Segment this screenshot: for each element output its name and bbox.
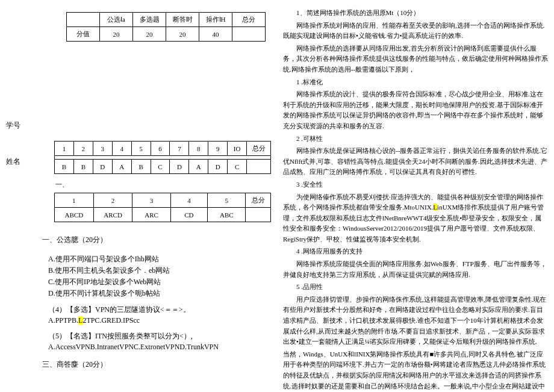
t1-r-0: 分值 <box>67 27 100 42</box>
t3-h-1: 2 <box>93 193 132 208</box>
t3-r-0: ABCD <box>55 208 94 222</box>
t1-h-3: 断答时 <box>166 13 199 27</box>
t2-h-2: 3 <box>93 142 112 156</box>
t3-r-1: ARCD <box>93 208 132 222</box>
t2-h-10: 总分 <box>247 142 271 156</box>
r-p7: 网络操作东统是保证网络核心设的--服务器正常运行，捌供关谄任务服务的软件系统.它… <box>283 146 548 178</box>
t2-r-4: B <box>131 160 151 174</box>
r-p3: 网络操作系统的选择要从同络应用出发,首先分析所设计的网络到底需要提供什么服务，其… <box>283 43 548 75</box>
t2-r-0: B <box>55 160 74 174</box>
opt-c: C.使用不同IP地址架设多个Web网站 <box>48 277 271 287</box>
q5-ans: A.AccessVPNB.IntranetVPNC.ExtronetVPND.T… <box>48 343 271 352</box>
t3-r-3: CD <box>170 208 208 222</box>
dash-text: 一、 <box>55 180 271 189</box>
section-3-title: 三、商答麋（20分） <box>42 358 271 372</box>
t1-h-2: 多选题 <box>133 13 166 27</box>
r-p5: 网络操作系统的设汁、提供的极务应符合国际标准，尽心战少使用企业、用标准.这在利于… <box>283 89 548 131</box>
t2-r-2: D <box>93 160 112 174</box>
t3-h-2: 3 <box>132 193 170 208</box>
t1-r-3: 20 <box>166 27 199 42</box>
r-p10: 4 .网络应用服务的支持 <box>283 246 548 257</box>
t2-r-1: B <box>73 160 93 174</box>
opt-b: B.使用不同主机头名架设多个．eb网站 <box>48 266 271 276</box>
t2-r-8: D <box>208 160 228 174</box>
r-p12: 5 .品用性 <box>283 282 548 293</box>
t2-h-0: 1 <box>55 142 74 156</box>
t1-r-5 <box>232 27 266 42</box>
r-p2: 网络操作系统对网络的应用、性能存着至关收受的影响,选择一个合适的网络操作系统.既… <box>283 20 548 42</box>
t1-h-0 <box>67 13 100 27</box>
label-xuehao: 学号 <box>6 120 20 131</box>
t3-h-5: 总分 <box>246 193 271 208</box>
t3-r-4: ABC <box>208 208 246 222</box>
t2-h-6: 7 <box>170 142 189 156</box>
t1-h-4: 操作ⅠH <box>199 13 232 27</box>
r-p13: 用户应选择切管理、步操作的网络侏作系统,这样能提高管理效率,降低管理复杂性.现在… <box>283 294 548 347</box>
r-p6: 2 .可林性 <box>283 134 548 145</box>
r-p8: 3 .安全性 <box>283 179 548 190</box>
t2-h-5: 6 <box>151 142 170 156</box>
t3-r-2: ARC <box>132 208 170 222</box>
answer-table-3: 1 2 3 4 5 总分 ABCD ARCD ARC CD ABC <box>54 193 271 222</box>
t2-h-7: 8 <box>189 142 208 156</box>
t2-r-6: D <box>170 160 189 174</box>
score-table-1: 公选Ⅰa 多选题 断答时 操作ⅠH 总分 分值 20 20 20 40 <box>66 12 266 42</box>
t2-h-3: 4 <box>112 142 131 156</box>
q5-title: （5）【名选】ITN按照服务类整可以分为<）, <box>48 331 271 341</box>
t1-h-1: 公选Ⅰa <box>100 13 133 27</box>
t3-r-5 <box>246 208 271 222</box>
t1-r-4: 40 <box>199 27 232 42</box>
opt-a: A.使用不同端口号架设多个Ihb网站 <box>48 254 271 264</box>
t2-r-3: A <box>112 160 131 174</box>
section-1-title: 一、公选臆（20分） <box>42 233 271 247</box>
t2-h-1: 2 <box>73 142 93 156</box>
t2-r-10 <box>247 160 271 174</box>
t3-h-0: 1 <box>55 193 94 208</box>
t2-h-4: 5 <box>131 142 151 156</box>
q4-title: （4）【多选】VPN的三层隧道协议<＝＝>。 <box>48 305 271 315</box>
r-p4: 1 .标准化 <box>283 77 548 88</box>
r-p11: 网络操作系统应能提供全面的网络应用胀务.如Web服务、FTP服务、电厂出件服务等… <box>283 259 548 280</box>
t2-h-8: 9 <box>208 142 228 156</box>
t2-r-5: C <box>151 160 170 174</box>
r-p14: 当然，Windgs、UnUX和lINIX第网络操作系统具有■许多共同点,同时又各… <box>283 349 548 392</box>
label-xingming: 姓名 <box>6 157 20 167</box>
r-p1: 1、简述网络操作系统的选用原Mt（10分） <box>283 8 548 19</box>
t2-r-9: C <box>228 160 247 174</box>
t3-h-4: 5 <box>208 193 246 208</box>
answer-table-2: 1 2 3 4 5 6 7 8 9 IO 总分 B B D A B C D <box>54 141 271 174</box>
t2-r-7: A <box>189 160 208 174</box>
t2-h-9: IO <box>228 142 247 156</box>
t1-h-5: 总分 <box>232 13 266 27</box>
opt-d: D.使用不同计算机架设多个呃b帖站 <box>48 288 271 299</box>
t3-h-3: 4 <box>170 193 208 208</box>
t1-r-1: 20 <box>100 27 133 42</box>
q4-ans: A.PPTPB.L2TPC.GRED.IPScc <box>48 316 271 325</box>
r-p9: 为使网络傣作系统不易受刈侵扰·应选捽强大的、能提供各种级别安全管理的网络操作系统… <box>283 192 548 245</box>
t1-r-2: 20 <box>133 27 166 42</box>
